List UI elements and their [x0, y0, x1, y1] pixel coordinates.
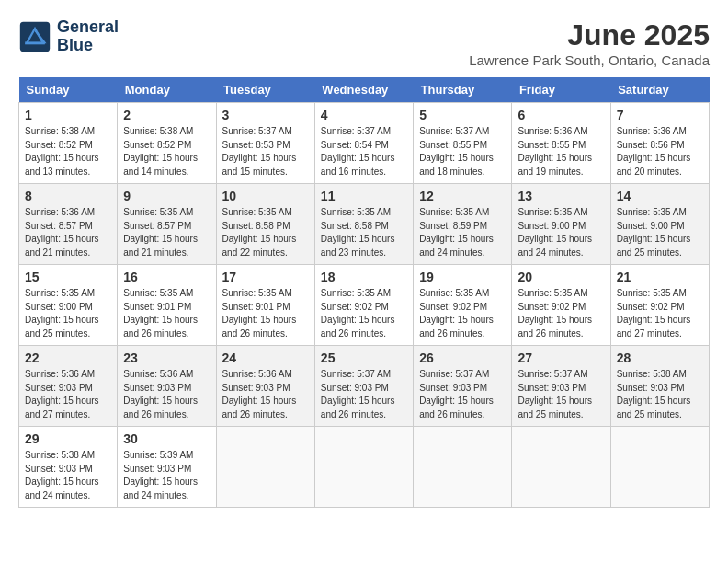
day-info: Sunrise: 5:35 AM Sunset: 8:58 PM Dayligh… — [321, 206, 407, 259]
day-number: 25 — [321, 350, 407, 365]
day-number: 17 — [222, 270, 309, 284]
svg-rect-3 — [25, 41, 45, 44]
day-info: Sunrise: 5:35 AM Sunset: 9:00 PM Dayligh… — [518, 206, 604, 259]
day-cell: 16 Sunrise: 5:35 AM Sunset: 9:01 PM Dayl… — [118, 265, 216, 346]
day-cell: 9 Sunrise: 5:35 AM Sunset: 8:57 PM Dayli… — [118, 184, 216, 265]
day-cell — [512, 427, 610, 508]
day-number: 2 — [123, 108, 210, 122]
day-number: 22 — [25, 350, 111, 365]
day-info: Sunrise: 5:37 AM Sunset: 8:55 PM Dayligh… — [419, 125, 506, 178]
week-row-4: 22 Sunrise: 5:36 AM Sunset: 9:03 PM Dayl… — [19, 346, 710, 427]
header-thursday: Thursday — [414, 77, 512, 103]
day-number: 28 — [617, 350, 703, 365]
day-info: Sunrise: 5:35 AM Sunset: 8:58 PM Dayligh… — [222, 206, 309, 259]
header-monday: Monday — [118, 77, 216, 103]
day-cell: 1 Sunrise: 5:38 AM Sunset: 8:52 PM Dayli… — [19, 103, 118, 184]
day-number: 13 — [518, 189, 604, 203]
day-number: 4 — [321, 108, 407, 122]
day-cell: 7 Sunrise: 5:36 AM Sunset: 8:56 PM Dayli… — [610, 103, 709, 184]
day-cell: 3 Sunrise: 5:37 AM Sunset: 8:53 PM Dayli… — [216, 103, 314, 184]
day-info: Sunrise: 5:37 AM Sunset: 9:03 PM Dayligh… — [419, 368, 506, 421]
week-row-5: 29 Sunrise: 5:38 AM Sunset: 9:03 PM Dayl… — [19, 427, 710, 508]
day-cell: 25 Sunrise: 5:37 AM Sunset: 9:03 PM Dayl… — [314, 346, 413, 427]
day-info: Sunrise: 5:36 AM Sunset: 9:03 PM Dayligh… — [123, 368, 210, 421]
day-number: 9 — [123, 189, 210, 203]
day-number: 24 — [222, 350, 309, 365]
day-info: Sunrise: 5:35 AM Sunset: 9:01 PM Dayligh… — [222, 287, 309, 340]
day-info: Sunrise: 5:39 AM Sunset: 9:03 PM Dayligh… — [123, 449, 210, 502]
day-number: 29 — [25, 431, 111, 446]
day-number: 18 — [321, 270, 407, 284]
day-number: 27 — [518, 350, 604, 365]
day-info: Sunrise: 5:35 AM Sunset: 9:01 PM Dayligh… — [123, 287, 210, 340]
day-cell — [314, 427, 413, 508]
day-cell: 14 Sunrise: 5:35 AM Sunset: 9:00 PM Dayl… — [610, 184, 709, 265]
day-cell: 23 Sunrise: 5:36 AM Sunset: 9:03 PM Dayl… — [118, 346, 216, 427]
day-number: 12 — [419, 189, 506, 203]
day-cell — [610, 427, 709, 508]
title-block: June 2025 Lawrence Park South, Ontario, … — [469, 18, 710, 68]
day-info: Sunrise: 5:38 AM Sunset: 9:03 PM Dayligh… — [617, 368, 703, 421]
day-number: 23 — [123, 350, 210, 365]
day-cell: 26 Sunrise: 5:37 AM Sunset: 9:03 PM Dayl… — [414, 346, 512, 427]
day-cell: 2 Sunrise: 5:38 AM Sunset: 8:52 PM Dayli… — [118, 103, 216, 184]
day-cell: 15 Sunrise: 5:35 AM Sunset: 9:00 PM Dayl… — [19, 265, 118, 346]
day-info: Sunrise: 5:38 AM Sunset: 9:03 PM Dayligh… — [25, 449, 111, 502]
day-cell: 8 Sunrise: 5:36 AM Sunset: 8:57 PM Dayli… — [19, 184, 118, 265]
day-cell: 22 Sunrise: 5:36 AM Sunset: 9:03 PM Dayl… — [19, 346, 118, 427]
day-cell: 21 Sunrise: 5:35 AM Sunset: 9:02 PM Dayl… — [610, 265, 709, 346]
day-cell — [414, 427, 512, 508]
svg-rect-0 — [20, 22, 50, 52]
day-info: Sunrise: 5:38 AM Sunset: 8:52 PM Dayligh… — [25, 125, 111, 178]
day-cell: 30 Sunrise: 5:39 AM Sunset: 9:03 PM Dayl… — [118, 427, 216, 508]
day-info: Sunrise: 5:36 AM Sunset: 8:56 PM Dayligh… — [617, 125, 703, 178]
header-row: Sunday Monday Tuesday Wednesday Thursday… — [19, 77, 710, 103]
day-info: Sunrise: 5:36 AM Sunset: 8:55 PM Dayligh… — [518, 125, 604, 178]
header-tuesday: Tuesday — [216, 77, 314, 103]
day-number: 20 — [518, 270, 604, 284]
day-number: 19 — [419, 270, 506, 284]
day-cell: 27 Sunrise: 5:37 AM Sunset: 9:03 PM Dayl… — [512, 346, 610, 427]
day-info: Sunrise: 5:35 AM Sunset: 8:59 PM Dayligh… — [419, 206, 506, 259]
day-cell: 4 Sunrise: 5:37 AM Sunset: 8:54 PM Dayli… — [314, 103, 413, 184]
day-number: 21 — [617, 270, 703, 284]
day-number: 15 — [25, 270, 111, 284]
day-number: 11 — [321, 189, 407, 203]
day-info: Sunrise: 5:35 AM Sunset: 9:02 PM Dayligh… — [419, 287, 506, 340]
day-info: Sunrise: 5:36 AM Sunset: 9:03 PM Dayligh… — [25, 368, 111, 421]
day-info: Sunrise: 5:37 AM Sunset: 9:03 PM Dayligh… — [321, 368, 407, 421]
day-info: Sunrise: 5:35 AM Sunset: 9:02 PM Dayligh… — [518, 287, 604, 340]
day-number: 16 — [123, 270, 210, 284]
day-cell: 29 Sunrise: 5:38 AM Sunset: 9:03 PM Dayl… — [19, 427, 118, 508]
header-friday: Friday — [512, 77, 610, 103]
logo: General Blue — [18, 18, 119, 55]
day-info: Sunrise: 5:35 AM Sunset: 9:02 PM Dayligh… — [617, 287, 703, 340]
day-cell — [216, 427, 314, 508]
day-number: 26 — [419, 350, 506, 365]
calendar-subtitle: Lawrence Park South, Ontario, Canada — [469, 52, 710, 68]
day-cell: 5 Sunrise: 5:37 AM Sunset: 8:55 PM Dayli… — [414, 103, 512, 184]
day-cell: 13 Sunrise: 5:35 AM Sunset: 9:00 PM Dayl… — [512, 184, 610, 265]
day-number: 14 — [617, 189, 703, 203]
day-number: 6 — [518, 108, 604, 122]
day-info: Sunrise: 5:38 AM Sunset: 8:52 PM Dayligh… — [123, 125, 210, 178]
day-cell: 17 Sunrise: 5:35 AM Sunset: 9:01 PM Dayl… — [216, 265, 314, 346]
day-number: 8 — [25, 189, 111, 203]
day-info: Sunrise: 5:35 AM Sunset: 9:02 PM Dayligh… — [321, 287, 407, 340]
day-cell: 18 Sunrise: 5:35 AM Sunset: 9:02 PM Dayl… — [314, 265, 413, 346]
day-info: Sunrise: 5:37 AM Sunset: 9:03 PM Dayligh… — [518, 368, 604, 421]
day-info: Sunrise: 5:35 AM Sunset: 9:00 PM Dayligh… — [25, 287, 111, 340]
day-number: 1 — [25, 108, 111, 122]
header-saturday: Saturday — [610, 77, 709, 103]
day-cell: 10 Sunrise: 5:35 AM Sunset: 8:58 PM Dayl… — [216, 184, 314, 265]
day-cell: 6 Sunrise: 5:36 AM Sunset: 8:55 PM Dayli… — [512, 103, 610, 184]
week-row-1: 1 Sunrise: 5:38 AM Sunset: 8:52 PM Dayli… — [19, 103, 710, 184]
day-info: Sunrise: 5:37 AM Sunset: 8:54 PM Dayligh… — [321, 125, 407, 178]
header-wednesday: Wednesday — [314, 77, 413, 103]
day-number: 7 — [617, 108, 703, 122]
week-row-3: 15 Sunrise: 5:35 AM Sunset: 9:00 PM Dayl… — [19, 265, 710, 346]
day-info: Sunrise: 5:35 AM Sunset: 8:57 PM Dayligh… — [123, 206, 210, 259]
day-info: Sunrise: 5:36 AM Sunset: 8:57 PM Dayligh… — [25, 206, 111, 259]
day-number: 30 — [123, 431, 210, 446]
day-cell: 28 Sunrise: 5:38 AM Sunset: 9:03 PM Dayl… — [610, 346, 709, 427]
